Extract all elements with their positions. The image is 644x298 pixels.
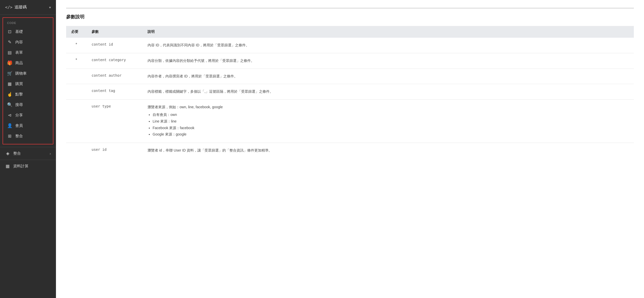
sidebar-bottom-left-2: ▦ 資料計算 xyxy=(5,164,28,169)
param-cell: content author xyxy=(86,69,142,84)
params-table: 必要 參數 說明 *content id內容 ID，代表與識別不同內容 ID，將… xyxy=(66,26,634,158)
required-cell: * xyxy=(66,38,86,53)
desc-cell: 內容 ID，代表與識別不同內容 ID，將用於「受眾篩選」之條件。 xyxy=(142,38,634,53)
desc-cell: 內容標籤，標籤或關鍵字，多個以「,」逗號區隔，將用於「受眾篩選」之條件。 xyxy=(142,84,634,100)
th-required: 必要 xyxy=(66,26,86,38)
code-section-label: CODE xyxy=(3,20,53,26)
sidebar-item-label: 商品 xyxy=(15,61,23,65)
sidebar-item-content[interactable]: ✎ 內容 xyxy=(3,37,53,47)
member-icon: 👤 xyxy=(7,123,12,128)
param-cell: content id xyxy=(86,38,142,53)
sidebar: </> 追蹤碼 ▾ CODE ⊡ 基礎 ✎ 內容 ▤ 表單 🎁 商品 🛒 購物車… xyxy=(0,0,56,298)
table-row: content author內容作者，內容撰寫者 ID，將用於「受眾篩選」之條件… xyxy=(66,69,634,84)
th-param: 參數 xyxy=(86,26,142,38)
sidebar-item-share[interactable]: ⊲ 分享 xyxy=(3,110,53,120)
sidebar-item-purchase[interactable]: ▦ 購買 xyxy=(3,79,53,89)
sidebar-item-click[interactable]: ☝ 點擊 xyxy=(3,89,53,100)
list-item: Google 來源：google xyxy=(153,131,629,138)
sidebar-item-label: 搜尋 xyxy=(15,102,23,107)
th-desc: 說明 xyxy=(142,26,634,38)
sidebar-item-cart[interactable]: 🛒 購物車 xyxy=(3,68,53,79)
list-item: Line 來源：line xyxy=(153,118,629,125)
main-content: 參數說明 必要 參數 說明 *content id內容 ID，代表與識別不同內容… xyxy=(56,0,644,298)
desc-cell: 瀏覽者 id，串聯 User ID 資料，讓「受眾篩選」的「整合資訊」條件更加精… xyxy=(142,143,634,158)
sidebar-title: </> 追蹤碼 xyxy=(5,5,27,10)
sidebar-item-product[interactable]: 🎁 商品 xyxy=(3,58,53,68)
data-calc-icon: ▦ xyxy=(5,164,10,169)
table-row: *content id內容 ID，代表與識別不同內容 ID，將用於「受眾篩選」之… xyxy=(66,38,634,53)
required-cell xyxy=(66,84,86,100)
sidebar-item-label: 基礎 xyxy=(15,29,23,34)
param-cell: user type xyxy=(86,100,142,143)
param-cell: content category xyxy=(86,53,142,69)
required-cell xyxy=(66,69,86,84)
sidebar-item-integration-inner[interactable]: ⊞ 整合 xyxy=(3,131,53,141)
sidebar-item-label: 內容 xyxy=(15,40,23,45)
desc-cell: 內容作者，內容撰寫者 ID，將用於「受眾篩選」之條件。 xyxy=(142,69,634,84)
table-row: *content category內容分類，依據內容的分類給予代號，將用於「受眾… xyxy=(66,53,634,69)
integration-inner-icon: ⊞ xyxy=(7,133,12,139)
sidebar-item-label: 分享 xyxy=(15,113,23,118)
required-cell xyxy=(66,100,86,143)
purchase-icon: ▦ xyxy=(7,81,12,87)
click-icon: ☝ xyxy=(7,92,12,97)
sidebar-item-label: 資料計算 xyxy=(13,164,28,169)
cart-icon: 🛒 xyxy=(7,71,12,76)
param-cell: user id xyxy=(86,143,142,158)
product-icon: 🎁 xyxy=(7,60,12,66)
table-row: content tag內容標籤，標籤或關鍵字，多個以「,」逗號區隔，將用於「受眾… xyxy=(66,84,634,100)
arrow-right-icon: › xyxy=(50,151,51,156)
required-cell: * xyxy=(66,53,86,69)
table-row: user type瀏覽者來源，例如：own, line, facebook, g… xyxy=(66,100,634,143)
chevron-down-icon: ▾ xyxy=(49,5,51,9)
code-icon: </> xyxy=(5,5,12,10)
form-icon: ▤ xyxy=(7,50,12,55)
share-icon: ⊲ xyxy=(7,113,12,118)
desc-cell: 瀏覽者來源，例如：own, line, facebook, google自有會員… xyxy=(142,100,634,143)
code-section: CODE ⊡ 基礎 ✎ 內容 ▤ 表單 🎁 商品 🛒 購物車 ▦ 購買 ☝ 點擊 xyxy=(3,17,53,144)
table-header-row: 必要 參數 說明 xyxy=(66,26,634,38)
desc-cell: 內容分類，依據內容的分類給予代號，將用於「受眾篩選」之條件。 xyxy=(142,53,634,69)
sidebar-item-label: 表單 xyxy=(15,50,23,55)
sidebar-item-label: 整合 xyxy=(15,134,23,139)
list-item: Facebook 來源：facebook xyxy=(153,125,629,131)
section-title: 參數說明 xyxy=(66,14,634,20)
sidebar-item-label: 整合 xyxy=(13,151,21,156)
basic-icon: ⊡ xyxy=(7,29,12,34)
sidebar-item-member[interactable]: 👤 會員 xyxy=(3,120,53,131)
list-item: 自有會員：own xyxy=(153,112,629,118)
sidebar-item-label: 會員 xyxy=(15,123,23,128)
content-icon: ✎ xyxy=(7,39,12,45)
sidebar-item-label: 點擊 xyxy=(15,92,23,97)
sidebar-header[interactable]: </> 追蹤碼 ▾ xyxy=(0,0,56,15)
sidebar-item-basic[interactable]: ⊡ 基礎 xyxy=(3,26,53,37)
sidebar-item-integration[interactable]: ◈ 整合 › xyxy=(0,147,56,160)
table-row: user id瀏覽者 id，串聯 User ID 資料，讓「受眾篩選」的「整合資… xyxy=(66,143,634,158)
sidebar-item-search[interactable]: 🔍 搜尋 xyxy=(3,100,53,110)
search-icon: 🔍 xyxy=(7,102,12,107)
sidebar-title-text: 追蹤碼 xyxy=(14,5,27,10)
integration-icon: ◈ xyxy=(5,151,10,156)
sidebar-item-form[interactable]: ▤ 表單 xyxy=(3,47,53,58)
sidebar-item-label: 購買 xyxy=(15,82,23,86)
sidebar-item-data-calc[interactable]: ▦ 資料計算 xyxy=(0,160,56,172)
sidebar-bottom-left: ◈ 整合 xyxy=(5,151,21,156)
required-cell xyxy=(66,143,86,158)
sidebar-item-label: 購物車 xyxy=(15,71,27,76)
param-cell: content tag xyxy=(86,84,142,100)
